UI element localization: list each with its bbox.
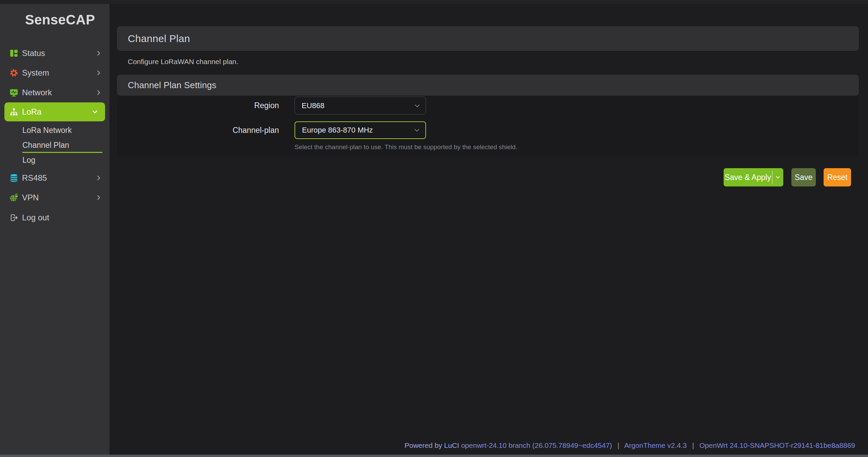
region-select[interactable]: EU868 xyxy=(295,97,426,115)
save-apply-button[interactable]: Save & Apply xyxy=(724,168,783,186)
reset-button[interactable]: Reset xyxy=(824,168,851,186)
sidebar-subitem-channel-plan[interactable]: Channel Plan xyxy=(0,138,109,153)
channel-plan-help: Select the channel-plan to use. This mus… xyxy=(295,143,518,151)
sidebar-subitem-label: Log xyxy=(22,156,35,165)
sitemap-icon xyxy=(9,107,18,116)
chevron-right-icon xyxy=(96,50,102,56)
footer-version-link[interactable]: OpenWrt 24.10-SNAPSHOT-r29141-81be8a8869 xyxy=(699,441,855,449)
chevron-right-icon xyxy=(96,195,102,201)
sidebar-item-system[interactable]: System xyxy=(0,63,109,82)
brand-logo: SenseCAP xyxy=(25,12,95,27)
channel-plan-select[interactable]: Europe 863-870 MHz xyxy=(295,121,426,139)
chevron-down-icon xyxy=(92,109,98,115)
sidebar-item-label: LoRa xyxy=(22,107,41,117)
footer-branch-link[interactable]: openwrt-24.10 branch (26.075.78949~edc45… xyxy=(461,441,612,449)
sidebar-subitem-label: LoRa Network xyxy=(22,126,72,135)
section-title: Channel Plan Settings xyxy=(128,80,216,91)
chevron-right-icon xyxy=(96,90,102,96)
monitor-pulse-icon xyxy=(9,88,18,97)
sidebar-item-label: Status xyxy=(22,48,45,58)
sidebar: SenseCAP Status Sys xyxy=(0,0,109,457)
footer-separator: | xyxy=(614,441,623,449)
sidebar-item-logout[interactable]: Log out xyxy=(0,208,109,227)
region-label: Region xyxy=(117,97,279,115)
save-button[interactable]: Save xyxy=(791,168,816,186)
sidebar-subitem-lora-network[interactable]: LoRa Network xyxy=(0,123,109,138)
sidebar-item-label: Log out xyxy=(22,213,49,222)
page-title-bar: Channel Plan xyxy=(117,26,859,51)
horizontal-scrollbar[interactable] xyxy=(0,455,868,457)
logout-icon xyxy=(9,213,18,222)
region-select-value: EU868 xyxy=(302,101,324,110)
chevron-down-icon xyxy=(413,126,421,134)
section-header: Channel Plan Settings xyxy=(117,75,859,96)
channel-plan-select-value: Europe 863-870 MHz xyxy=(302,126,373,135)
window-top-edge xyxy=(0,0,868,4)
sidebar-item-label: System xyxy=(22,68,49,78)
sidebar-item-network[interactable]: Network xyxy=(0,83,109,102)
footer-theme-link[interactable]: ArgonTheme v2.4.3 xyxy=(624,441,687,449)
chevron-down-icon xyxy=(413,102,421,110)
main-content: Channel Plan Configure LoRaWAN channel p… xyxy=(109,0,868,457)
save-apply-label: Save & Apply xyxy=(724,173,772,182)
chevron-right-icon xyxy=(96,175,102,181)
sidebar-item-label: VPN xyxy=(22,193,39,202)
page-title: Channel Plan xyxy=(128,33,190,44)
sidebar-item-label: RS485 xyxy=(22,173,47,183)
sidebar-item-status[interactable]: Status xyxy=(0,44,109,63)
sidebar-subitem-label: Channel Plan xyxy=(22,141,69,150)
app-window: SenseCAP Status Sys xyxy=(0,0,868,457)
footer-powered-link[interactable]: Powered by LuCI xyxy=(404,441,459,449)
chevron-right-icon xyxy=(96,70,102,76)
globe-lock-icon xyxy=(9,193,18,202)
page-description: Configure LoRaWAN channel plan. xyxy=(128,58,238,66)
sidebar-item-vpn[interactable]: VPN xyxy=(0,188,109,207)
footer: Powered by LuCI openwrt-24.10 branch (26… xyxy=(404,441,855,450)
sidebar-item-lora[interactable]: LoRa xyxy=(4,102,105,121)
save-apply-dropdown[interactable] xyxy=(772,175,783,180)
status-grid-icon xyxy=(9,49,18,58)
sidebar-item-rs485[interactable]: RS485 xyxy=(0,168,109,187)
database-icon xyxy=(9,174,18,182)
sidebar-item-label: Network xyxy=(22,88,52,97)
sidebar-subitem-log[interactable]: Log xyxy=(0,153,109,167)
channel-plan-label: Channel-plan xyxy=(117,121,279,139)
gear-icon xyxy=(9,68,18,77)
footer-separator: | xyxy=(689,441,697,449)
